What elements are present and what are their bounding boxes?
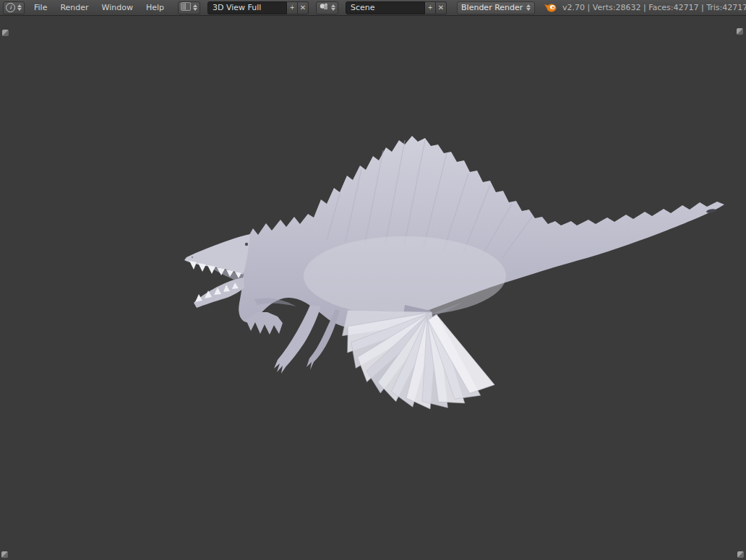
info-icon: i: [6, 3, 15, 12]
model-body: [239, 136, 724, 329]
screen-layout-selector[interactable]: [178, 1, 200, 14]
spinosaurus-model: [0, 16, 746, 560]
viewport-corner-grip-top-right[interactable]: [737, 28, 743, 35]
scene-name-field[interactable]: [346, 1, 425, 14]
viewport-3d[interactable]: [0, 16, 746, 560]
status-stats: v2.70 | Verts:28632 | Faces:42717 | Tris…: [562, 3, 746, 12]
chevron-updown-icon: [526, 4, 531, 11]
chevron-updown-icon: [193, 4, 197, 11]
scene-add-button[interactable]: +: [425, 1, 436, 14]
screen-add-button[interactable]: +: [287, 1, 298, 14]
chevron-updown-icon: [17, 4, 22, 11]
model-fan: [340, 304, 494, 409]
chevron-updown-icon: [331, 4, 335, 11]
scene-datablock: + ✕: [346, 1, 447, 14]
screen-unlink-button[interactable]: ✕: [298, 1, 309, 14]
menu-file[interactable]: File: [27, 1, 53, 14]
scene-icon: [319, 2, 329, 13]
scene-selector[interactable]: [316, 1, 338, 14]
menu-window[interactable]: Window: [95, 1, 140, 14]
window-split-icon: [181, 2, 191, 13]
viewport-corner-grip-bottom-left[interactable]: [1, 551, 8, 558]
menu-bar: File Render Window Help: [27, 1, 171, 14]
viewport-corner-grip-bottom-right[interactable]: [737, 551, 744, 558]
render-engine-value: Blender Render: [461, 3, 523, 12]
menu-render[interactable]: Render: [53, 1, 95, 14]
menu-help[interactable]: Help: [140, 1, 171, 14]
render-engine-dropdown[interactable]: Blender Render: [457, 1, 535, 14]
viewport-corner-grip-top-left[interactable]: [2, 30, 9, 36]
screen-datablock: + ✕: [207, 1, 309, 14]
scene-unlink-button[interactable]: ✕: [436, 1, 447, 14]
blender-logo: [544, 2, 557, 13]
info-editor-selector[interactable]: i: [3, 1, 25, 14]
top-header-bar: i File Render Window Help + ✕ + ✕ Blende…: [0, 0, 746, 16]
screen-name-field[interactable]: [207, 1, 287, 14]
